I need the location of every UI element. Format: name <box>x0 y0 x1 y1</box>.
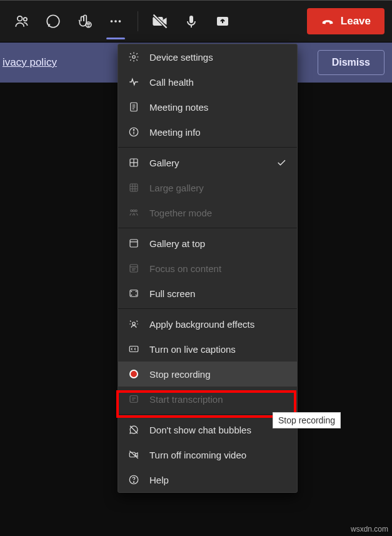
camera-button[interactable] <box>146 7 174 36</box>
menu-label: Start transcription <box>149 394 223 405</box>
fullscreen-icon <box>128 288 139 299</box>
chat-icon <box>45 13 61 29</box>
people-button[interactable] <box>8 7 36 36</box>
dismiss-button[interactable]: Dismiss <box>318 50 384 75</box>
menu-label: Meeting notes <box>149 102 208 113</box>
svg-point-53 <box>133 482 134 482</box>
chat-button[interactable] <box>39 7 68 36</box>
svg-point-5 <box>89 24 89 24</box>
tooltip: Stop recording <box>273 412 341 428</box>
recording-icon <box>128 368 139 380</box>
menu-label: Focus on content <box>149 263 221 274</box>
svg-point-30 <box>131 210 133 212</box>
menu-item-full-screen[interactable]: Full screen <box>118 281 297 306</box>
menu-label: Stop recording <box>149 369 211 380</box>
more-actions-button[interactable] <box>101 7 130 36</box>
layout-top-icon <box>128 238 139 249</box>
svg-line-41 <box>130 321 131 322</box>
menu-label: Don't show chat bubbles <box>149 425 251 435</box>
svg-rect-46 <box>130 396 138 403</box>
share-button[interactable] <box>208 7 237 36</box>
leave-label: Leave <box>341 15 371 28</box>
svg-point-8 <box>119 20 121 23</box>
svg-point-32 <box>135 210 137 212</box>
svg-rect-35 <box>130 265 138 272</box>
menu-divider <box>118 308 297 309</box>
menu-label: Help <box>149 475 169 485</box>
help-icon <box>128 474 139 485</box>
menu-label: Together mode <box>149 208 212 218</box>
menu-item-turn-on-live-captions[interactable]: Turn on live captions <box>118 336 297 362</box>
privacy-policy-link[interactable]: ivacy policy <box>3 56 57 69</box>
ellipsis-icon <box>108 13 124 29</box>
chat-off-icon <box>128 424 139 435</box>
svg-point-40 <box>133 322 136 325</box>
background-effects-icon <box>128 318 139 330</box>
svg-line-42 <box>137 321 138 322</box>
svg-point-31 <box>133 210 135 212</box>
tooltip-text: Stop recording <box>278 415 335 425</box>
toolbar-divider <box>138 11 138 31</box>
menu-item-together-mode: Together mode <box>118 200 297 225</box>
menu-label: Turn on live captions <box>149 344 236 355</box>
menu-item-apply-background-effects[interactable]: Apply background effects <box>118 311 297 336</box>
menu-label: Turn off incoming video <box>149 450 246 460</box>
gear-icon <box>128 51 139 63</box>
menu-item-stop-recording[interactable]: Stop recording <box>118 362 297 387</box>
video-off-icon <box>128 449 139 460</box>
svg-point-4 <box>88 24 88 24</box>
reactions-button[interactable] <box>70 7 99 36</box>
watermark: wsxdn.com <box>351 525 388 533</box>
people-icon <box>14 13 30 29</box>
menu-label: Large gallery <box>149 183 204 193</box>
info-icon <box>128 126 139 138</box>
svg-point-0 <box>18 16 23 21</box>
leave-button[interactable]: Leave <box>307 8 384 34</box>
svg-rect-33 <box>130 240 138 247</box>
menu-label: Device settings <box>149 52 213 63</box>
menu-item-dont-show-chat-bubbles[interactable]: Don't show chat bubbles <box>118 417 297 442</box>
transcription-icon <box>128 393 139 405</box>
content-icon <box>128 263 139 274</box>
phone-down-icon <box>321 14 334 28</box>
large-grid-icon <box>128 182 139 193</box>
hand-emoji-icon <box>76 13 93 29</box>
svg-point-6 <box>111 20 113 23</box>
menu-item-meeting-info[interactable]: Meeting info <box>118 119 297 144</box>
meeting-toolbar: Leave <box>0 0 392 43</box>
menu-item-call-health[interactable]: Call health <box>118 69 297 94</box>
svg-point-1 <box>24 18 27 21</box>
svg-point-14 <box>133 56 136 59</box>
svg-point-7 <box>114 20 117 23</box>
notes-icon <box>128 101 139 113</box>
svg-rect-45 <box>129 346 138 352</box>
menu-item-meeting-notes[interactable]: Meeting notes <box>118 94 297 119</box>
menu-label: Apply background effects <box>149 319 254 330</box>
menu-item-gallery-at-top[interactable]: Gallery at top <box>118 231 297 256</box>
mic-button[interactable] <box>177 7 206 36</box>
menu-item-help[interactable]: Help <box>118 467 297 492</box>
menu-label: Call health <box>149 77 194 88</box>
menu-label: Full screen <box>149 288 195 299</box>
menu-label: Gallery at top <box>149 238 205 249</box>
menu-label: Meeting info <box>149 127 201 138</box>
pulse-icon <box>128 76 139 88</box>
menu-divider <box>118 228 297 228</box>
svg-rect-25 <box>130 184 138 191</box>
menu-item-turn-off-incoming-video[interactable]: Turn off incoming video <box>118 442 297 467</box>
more-actions-menu: Device settings Call health Meeting note… <box>118 44 298 493</box>
svg-point-21 <box>133 129 134 131</box>
menu-label: Gallery <box>149 158 179 168</box>
menu-item-gallery[interactable]: Gallery <box>118 150 297 175</box>
together-icon <box>128 207 139 218</box>
grid-icon <box>128 157 139 168</box>
menu-item-large-gallery: Large gallery <box>118 175 297 200</box>
checkmark-icon <box>276 157 287 168</box>
mic-icon <box>184 14 199 29</box>
menu-divider <box>118 414 297 415</box>
camera-off-icon <box>151 13 169 30</box>
captions-icon <box>128 343 139 355</box>
svg-rect-11 <box>189 16 193 23</box>
menu-item-device-settings[interactable]: Device settings <box>118 44 297 69</box>
menu-item-start-transcription: Start transcription <box>118 387 297 412</box>
